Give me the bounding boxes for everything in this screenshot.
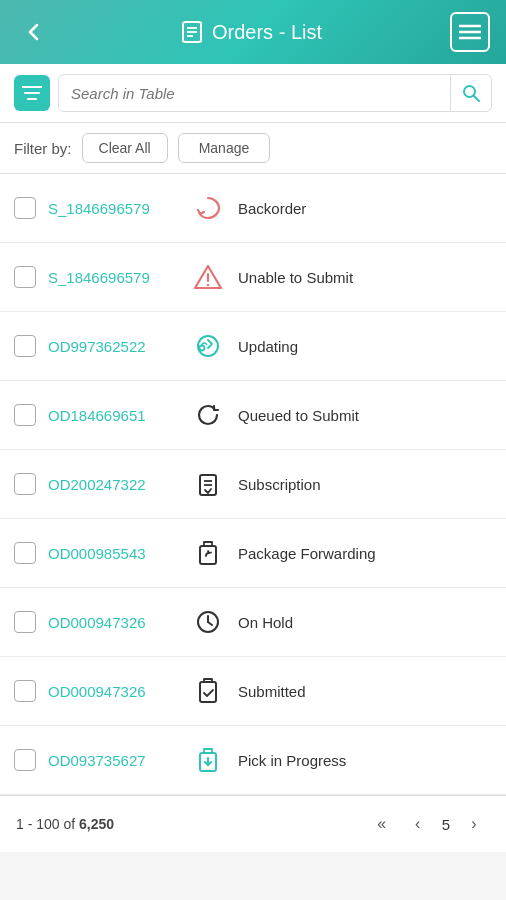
svg-rect-20 (200, 546, 216, 564)
search-input-container (58, 74, 492, 112)
pagination-controls: « ‹ 5 › (366, 808, 490, 840)
row-checkbox-6[interactable] (14, 611, 36, 633)
order-id[interactable]: OD200247322 (48, 476, 178, 493)
warning-icon (190, 259, 226, 295)
row-checkbox-1[interactable] (14, 266, 36, 288)
svg-rect-25 (200, 682, 216, 702)
status-text: Package Forwarding (238, 545, 376, 562)
table-row: OD000947326 Submitted (0, 657, 506, 726)
updating-icon (190, 328, 226, 364)
row-checkbox-2[interactable] (14, 335, 36, 357)
footer-pagination: 1 - 100 of 6,250 « ‹ 5 › (0, 795, 506, 852)
page-title: Orders - List (180, 20, 322, 44)
status-text: Updating (238, 338, 298, 355)
back-button[interactable] (16, 14, 52, 50)
table-row: OD200247322 Subscription (0, 450, 506, 519)
on_hold-icon (190, 604, 226, 640)
orders-list: S_1846696579 Backorder S_1846696579 Unab… (0, 174, 506, 795)
prev-page-button[interactable]: ‹ (402, 808, 434, 840)
search-input[interactable] (59, 77, 450, 110)
current-page: 5 (438, 816, 454, 833)
subscription-icon (190, 466, 226, 502)
pick_in_progress-icon (190, 742, 226, 778)
order-id[interactable]: OD184669651 (48, 407, 178, 424)
backorder-icon (190, 190, 226, 226)
table-row: OD997362522 Updating (0, 312, 506, 381)
row-checkbox-0[interactable] (14, 197, 36, 219)
filter-row: Filter by: Clear All Manage (0, 123, 506, 174)
status-text: On Hold (238, 614, 293, 631)
status-text: Subscription (238, 476, 321, 493)
row-checkbox-4[interactable] (14, 473, 36, 495)
row-checkbox-3[interactable] (14, 404, 36, 426)
table-row: S_1846696579 Unable to Submit (0, 243, 506, 312)
queued-icon (190, 397, 226, 433)
status-text: Pick in Progress (238, 752, 346, 769)
menu-button[interactable] (450, 12, 490, 52)
filter-label: Filter by: (14, 140, 72, 157)
order-id[interactable]: OD093735627 (48, 752, 178, 769)
table-row: S_1846696579 Backorder (0, 174, 506, 243)
order-id[interactable]: S_1846696579 (48, 269, 178, 286)
status-text: Submitted (238, 683, 306, 700)
row-checkbox-7[interactable] (14, 680, 36, 702)
svg-line-11 (474, 96, 479, 101)
order-id[interactable]: OD000947326 (48, 614, 178, 631)
svg-point-14 (207, 284, 209, 286)
order-id[interactable]: OD000985543 (48, 545, 178, 562)
submitted-icon (190, 673, 226, 709)
status-text: Unable to Submit (238, 269, 353, 286)
first-page-button[interactable]: « (366, 808, 398, 840)
svg-line-24 (208, 622, 212, 625)
row-checkbox-5[interactable] (14, 542, 36, 564)
order-id[interactable]: OD000947326 (48, 683, 178, 700)
status-text: Queued to Submit (238, 407, 359, 424)
pagination-count: 1 - 100 of 6,250 (16, 816, 114, 832)
app-header: Orders - List (0, 0, 506, 64)
clear-all-button[interactable]: Clear All (82, 133, 168, 163)
package_forwarding-icon (190, 535, 226, 571)
table-row: OD000985543 Package Forwarding (0, 519, 506, 588)
order-id[interactable]: S_1846696579 (48, 200, 178, 217)
row-checkbox-8[interactable] (14, 749, 36, 771)
table-row: OD184669651 Queued to Submit (0, 381, 506, 450)
manage-button[interactable]: Manage (178, 133, 271, 163)
table-row: OD000947326 On Hold (0, 588, 506, 657)
order-id[interactable]: OD997362522 (48, 338, 178, 355)
table-row: OD093735627 Pick in Progress (0, 726, 506, 795)
search-bar (0, 64, 506, 123)
filter-toggle-button[interactable] (14, 75, 50, 111)
next-page-button[interactable]: › (458, 808, 490, 840)
status-text: Backorder (238, 200, 306, 217)
search-button[interactable] (450, 75, 491, 111)
